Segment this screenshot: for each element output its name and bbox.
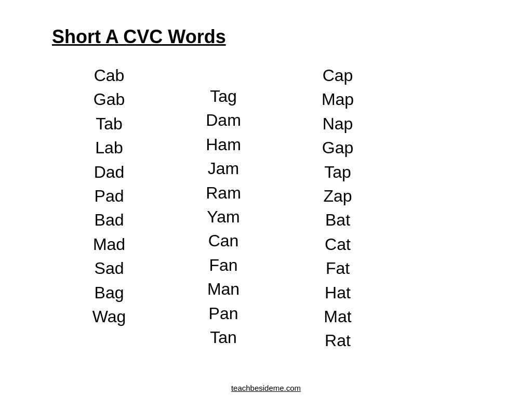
list-item: Cat <box>325 232 351 256</box>
list-item: Gap <box>322 136 353 160</box>
column-3: CapMapNapGapTapZapBatCatFatHatMatRat <box>281 63 395 353</box>
list-item: Wag <box>92 305 126 328</box>
list-item: Bat <box>325 208 350 232</box>
list-item: Gab <box>94 87 125 111</box>
list-item: Nap <box>323 112 353 136</box>
list-item: Fan <box>209 253 237 277</box>
list-item: Pad <box>95 184 124 208</box>
list-item: Tap <box>324 160 351 184</box>
list-item: Jam <box>208 156 239 180</box>
list-item: Bad <box>95 208 124 232</box>
footer-link: teachbesideme.com <box>0 384 532 392</box>
list-item: Mat <box>324 305 351 328</box>
list-item: Zap <box>323 184 352 208</box>
list-item: Cap <box>323 63 353 87</box>
list-item: Yam <box>207 205 240 229</box>
list-item: Lab <box>95 136 123 160</box>
list-item: Rat <box>325 328 351 352</box>
word-columns: CabGabTabLabDadPadBadMadSadBagWag TagDam… <box>52 63 490 353</box>
list-item: Dam <box>206 108 241 132</box>
list-item: Fat <box>326 256 350 280</box>
list-item: Bag <box>95 281 124 305</box>
list-item: Man <box>207 277 240 301</box>
list-item: Ham <box>206 133 241 156</box>
column-1: CabGabTabLabDadPadBadMadSadBagWag <box>52 63 166 353</box>
list-item: Tab <box>96 112 123 136</box>
column-2: TagDamHamJamRamYamCanFanManPanTan <box>166 63 281 353</box>
page-title: Short A CVC Words <box>52 26 490 48</box>
list-item: Tan <box>210 325 237 349</box>
list-item: Map <box>322 87 354 111</box>
list-item: Cab <box>94 63 125 87</box>
list-item: Hat <box>325 281 351 305</box>
list-item: Tag <box>210 84 237 108</box>
list-item: Ram <box>206 181 241 205</box>
list-item: Dad <box>94 160 125 184</box>
list-item: Can <box>208 229 239 253</box>
list-item: Sad <box>95 256 124 280</box>
list-item: Pan <box>209 301 238 325</box>
page: Short A CVC Words CabGabTabLabDadPadBadM… <box>0 0 532 408</box>
list-item: Mad <box>93 232 125 256</box>
